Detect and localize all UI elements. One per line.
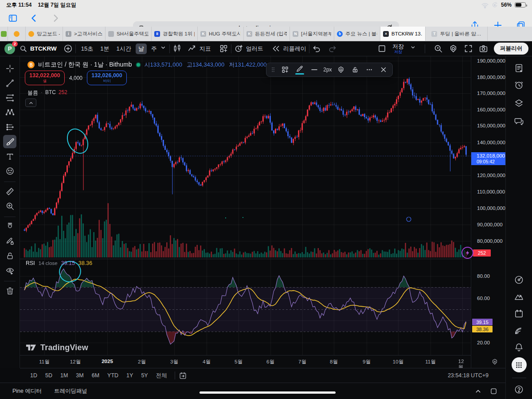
quick-search-icon[interactable] bbox=[434, 44, 443, 53]
redo-icon[interactable] bbox=[328, 44, 337, 53]
panel-maximize-icon[interactable] bbox=[490, 387, 497, 395]
range-button-1M[interactable]: 1M bbox=[56, 371, 72, 380]
gauge-icon[interactable] bbox=[512, 272, 527, 287]
alert-label[interactable]: 얼러트 bbox=[246, 45, 263, 53]
ruler-icon[interactable] bbox=[3, 185, 16, 198]
interval-dropdown-icon[interactable] bbox=[160, 44, 167, 53]
line-style-icon[interactable] bbox=[309, 64, 320, 75]
layout-select-icon[interactable] bbox=[377, 44, 387, 53]
snapshot-camera-icon[interactable] bbox=[479, 44, 488, 53]
replay-icon[interactable] bbox=[271, 44, 281, 53]
broadcast-icon[interactable] bbox=[512, 323, 527, 338]
interval-button-1분[interactable]: 1분 bbox=[98, 43, 112, 54]
chat-icon[interactable] bbox=[512, 114, 527, 129]
tab[interactable]: SH서울주택도… bbox=[106, 27, 152, 41]
range-button-5Y[interactable]: 5Y bbox=[137, 371, 152, 380]
alert-clock-icon[interactable] bbox=[512, 77, 527, 92]
tab[interactable]: II경찰학원 1위 |… bbox=[152, 27, 198, 41]
flash-trade-badge[interactable] bbox=[462, 247, 473, 259]
range-button-5D[interactable]: 5D bbox=[41, 371, 56, 380]
lock-icon[interactable] bbox=[3, 249, 16, 262]
pencil-lock-icon[interactable] bbox=[3, 234, 16, 248]
user-avatar[interactable]: P2 bbox=[4, 43, 15, 54]
alert-clock-icon[interactable] bbox=[234, 44, 243, 53]
bottom-tab[interactable]: Pine 에디터 bbox=[12, 387, 42, 395]
settings-gear-icon[interactable] bbox=[449, 44, 458, 53]
tab[interactable]: K든든전세 (입주… bbox=[244, 27, 290, 41]
collapse-legend-button[interactable] bbox=[25, 99, 36, 107]
text-icon[interactable] bbox=[3, 150, 16, 163]
magnet-icon[interactable] bbox=[3, 220, 16, 233]
more-options-icon[interactable] bbox=[364, 64, 375, 75]
forward-button[interactable] bbox=[51, 13, 60, 23]
search-icon[interactable] bbox=[20, 45, 27, 52]
panel-expand-up-icon[interactable] bbox=[474, 387, 482, 395]
watchlist-icon[interactable] bbox=[512, 60, 527, 75]
publish-button[interactable]: 퍼블리쉬 bbox=[494, 43, 528, 55]
tab[interactable] bbox=[0, 27, 8, 41]
zoom-in-icon[interactable] bbox=[3, 199, 16, 213]
range-button-3M[interactable]: 3M bbox=[72, 371, 87, 380]
back-button[interactable] bbox=[29, 13, 39, 23]
forecast-icon[interactable] bbox=[3, 120, 16, 134]
save-button[interactable]: 저장저장 bbox=[392, 43, 404, 54]
bottom-tab[interactable]: 트레이딩패널 bbox=[54, 387, 87, 395]
rsi-legend[interactable]: RSI 14 close 39.15 38.36 bbox=[26, 260, 92, 266]
drawing-settings-icon[interactable] bbox=[336, 64, 346, 75]
price-axis[interactable]: 190,000,000180,000,000170,000,000160,000… bbox=[471, 56, 505, 368]
sidebar-toggle-icon[interactable] bbox=[8, 13, 18, 23]
eye-icon[interactable] bbox=[3, 264, 16, 277]
drag-handle[interactable] bbox=[270, 64, 276, 75]
compare-add-icon[interactable] bbox=[63, 44, 73, 53]
emoji-icon[interactable] bbox=[3, 164, 16, 178]
indicators-icon[interactable] bbox=[188, 44, 197, 53]
home-indicator[interactable] bbox=[200, 391, 336, 394]
help-icon[interactable] bbox=[512, 382, 527, 397]
replay-label[interactable]: 리플레이 bbox=[283, 45, 306, 53]
sell-button[interactable]: 132,022,000셀 bbox=[25, 71, 65, 85]
interval-button-날[interactable]: 날 bbox=[136, 43, 147, 54]
tab[interactable]: KHUG 주택도시… bbox=[198, 27, 244, 41]
symbol-title[interactable]: 비트코인 / 한국 원 · 1날 · Bithumb bbox=[38, 61, 132, 69]
market-status-dot[interactable] bbox=[136, 62, 141, 67]
tab[interactable]: N[서울지역본부]… bbox=[290, 27, 334, 41]
line-width-label[interactable]: 2px bbox=[323, 67, 332, 73]
tab[interactable]: i>고객서비스>… bbox=[63, 27, 106, 41]
ideas-icon[interactable] bbox=[512, 289, 527, 304]
tab[interactable]: T투딩 | 올바른 암… bbox=[426, 27, 488, 41]
bell-icon[interactable] bbox=[512, 340, 527, 355]
chart-canvas[interactable] bbox=[20, 56, 471, 368]
object-tree-icon[interactable] bbox=[512, 95, 527, 111]
interval-button-15초[interactable]: 15초 bbox=[78, 43, 96, 54]
undo-icon[interactable] bbox=[312, 44, 321, 53]
buy-button[interactable]: 132,026,000바이 bbox=[87, 71, 127, 85]
calendar-icon[interactable] bbox=[512, 306, 527, 321]
chart-style-icon[interactable] bbox=[172, 44, 182, 53]
interval-button-주[interactable]: 주 bbox=[149, 43, 160, 54]
range-button-YTD[interactable]: YTD bbox=[103, 371, 122, 380]
volume-legend[interactable]: 볼륨·BTC252 bbox=[27, 89, 67, 97]
fib-lines-icon[interactable] bbox=[3, 91, 16, 104]
template-grid-icon[interactable] bbox=[280, 64, 290, 75]
range-button-1Y[interactable]: 1Y bbox=[122, 371, 137, 380]
apps-grid-icon[interactable] bbox=[512, 357, 527, 372]
tab[interactable] bbox=[8, 27, 26, 41]
trash-icon[interactable] bbox=[3, 284, 16, 297]
go-to-date-icon[interactable] bbox=[179, 371, 187, 380]
indicators-label[interactable]: 지표 bbox=[200, 45, 211, 53]
layout-grid-icon[interactable] bbox=[219, 44, 228, 53]
tab[interactable]: 망고보드 - 제… bbox=[26, 27, 63, 41]
crosshair-icon[interactable] bbox=[3, 62, 16, 75]
tab[interactable]: b주요 뉴스 | 블록… bbox=[334, 27, 380, 41]
save-dropdown-icon[interactable] bbox=[410, 44, 416, 53]
interval-button-1시간[interactable]: 1시간 bbox=[113, 43, 133, 54]
range-button-6M[interactable]: 6M bbox=[88, 371, 103, 380]
line-color-tool[interactable] bbox=[294, 65, 305, 75]
time-axis-settings-icon[interactable] bbox=[491, 358, 498, 365]
range-button-전체[interactable]: 전체 bbox=[152, 370, 171, 381]
fullscreen-icon[interactable] bbox=[464, 44, 473, 53]
xabcd-pattern-icon[interactable] bbox=[3, 106, 16, 119]
range-button-1D[interactable]: 1D bbox=[26, 371, 41, 380]
unlock-icon[interactable] bbox=[350, 64, 360, 75]
close-icon[interactable] bbox=[378, 64, 389, 75]
